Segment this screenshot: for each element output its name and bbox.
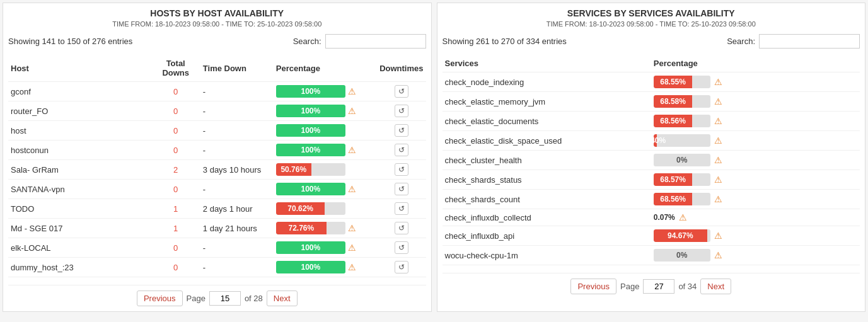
hosts-prev-button[interactable]: Previous xyxy=(137,290,183,306)
history-button[interactable]: ↺ xyxy=(395,202,408,215)
hosts-search-area: Search: xyxy=(293,34,426,49)
warn-icon: ⚠ xyxy=(714,135,722,146)
host-history: ↺ xyxy=(377,141,425,160)
host-timedown: - xyxy=(200,101,274,121)
warn-icon: ⚠ xyxy=(714,77,722,87)
host-history: ↺ xyxy=(377,238,425,258)
hosts-page-of: of 28 xyxy=(245,294,263,303)
service-name: check_shards_status xyxy=(443,170,651,190)
hosts-top-bar: Showing 141 to 150 of 276 entries Search… xyxy=(8,34,426,49)
history-button[interactable]: ↺ xyxy=(395,85,408,98)
history-button[interactable]: ↺ xyxy=(395,144,408,156)
services-panel-title: SERVICES BY SERVICES AVAILABILITY xyxy=(443,8,860,18)
services-table-row: wocu-check-cpu-1m 0% ⚠ xyxy=(443,246,860,265)
hosts-search-input[interactable] xyxy=(325,34,426,49)
hosts-panel-title: HOSTS BY HOST AVAILABILITY xyxy=(8,8,426,18)
services-table-row: check_elastic_documents 68.56% ⚠ xyxy=(443,112,860,131)
warn-icon: ⚠ xyxy=(348,243,356,253)
services-showing: Showing 261 to 270 of 334 entries xyxy=(443,37,567,46)
service-pct: 0% ⚠ xyxy=(651,151,860,170)
service-name: check_elastic_documents xyxy=(443,112,651,131)
history-button[interactable]: ↺ xyxy=(395,261,408,273)
col-dt: Downtimes xyxy=(377,55,425,82)
hosts-table-row: hostconun 0 - 100% ⚠ ↺ xyxy=(8,141,426,160)
col-svc: Services xyxy=(443,55,651,72)
host-history: ↺ xyxy=(377,101,425,121)
host-history: ↺ xyxy=(377,180,425,199)
host-pct: 100% ⚠ xyxy=(274,180,377,199)
host-timedown: - xyxy=(200,82,274,101)
service-pct: 94.67% ⚠ xyxy=(651,226,860,246)
history-button[interactable]: ↺ xyxy=(395,183,408,195)
warn-icon: ⚠ xyxy=(348,86,356,96)
host-pct: 100% xyxy=(274,121,377,141)
host-downs: 1 xyxy=(151,219,200,238)
service-pct: 68.58% ⚠ xyxy=(651,92,860,112)
service-pct: 0.07% ⚠ xyxy=(651,209,860,226)
host-name: router_FO xyxy=(8,101,151,121)
history-button[interactable]: ↺ xyxy=(395,105,408,117)
host-pct: 70.62% xyxy=(274,199,377,219)
host-pct: 100% ⚠ xyxy=(274,238,377,258)
host-downs: 0 xyxy=(151,238,200,258)
service-name: check_influxdb_collectd xyxy=(443,209,651,226)
services-search-input[interactable] xyxy=(759,34,860,49)
host-history: ↺ xyxy=(377,82,425,101)
hosts-table-row: dummy_host_:23 0 - 100% ⚠ ↺ xyxy=(8,258,426,277)
warn-icon: ⚠ xyxy=(348,223,356,233)
services-table-row: check_cluster_health 0% ⚠ xyxy=(443,151,860,170)
host-downs: 0 xyxy=(151,82,200,101)
host-downs: 0 xyxy=(151,258,200,277)
warn-icon: ⚠ xyxy=(714,96,722,106)
col-pct: Percentage xyxy=(274,55,377,82)
host-timedown: 1 day 21 hours xyxy=(200,219,274,238)
services-table: Services Percentage check_node_indexing … xyxy=(443,55,860,265)
services-top-bar: Showing 261 to 270 of 334 entries Search… xyxy=(443,34,860,49)
warn-icon: ⚠ xyxy=(348,262,356,272)
warn-icon: ⚠ xyxy=(714,250,722,260)
host-pct: 100% ⚠ xyxy=(274,141,377,160)
hosts-pagination: Previous Page of 28 Next xyxy=(8,285,426,306)
host-pct: 100% ⚠ xyxy=(274,82,377,101)
host-name: gconf xyxy=(8,82,151,101)
host-timedown: - xyxy=(200,121,274,141)
host-history: ↺ xyxy=(377,258,425,277)
services-panel: SERVICES BY SERVICES AVAILABILITY TIME F… xyxy=(437,3,866,312)
service-name: check_elastic_memory_jvm xyxy=(443,92,651,112)
host-pct: 72.76% ⚠ xyxy=(274,219,377,238)
hosts-table-row: Sala- GrRam 2 3 days 10 hours 50.76% ↺ xyxy=(8,160,426,180)
history-button[interactable]: ↺ xyxy=(395,222,408,234)
history-button[interactable]: ↺ xyxy=(395,163,408,176)
host-name: SANTANA-vpn xyxy=(8,180,151,199)
hosts-page-label: Page xyxy=(187,294,205,303)
warn-icon: ⚠ xyxy=(714,175,722,185)
host-name: Sala- GrRam xyxy=(8,160,151,180)
hosts-table-row: Md - SGE 017 1 1 day 21 hours 72.76% ⚠ ↺ xyxy=(8,219,426,238)
warn-icon: ⚠ xyxy=(348,184,356,194)
host-name: hostconun xyxy=(8,141,151,160)
history-button[interactable]: ↺ xyxy=(395,124,408,137)
warn-icon: ⚠ xyxy=(679,212,687,222)
services-table-row: check_elastic_memory_jvm 68.58% ⚠ xyxy=(443,92,860,112)
host-timedown: - xyxy=(200,258,274,277)
hosts-search-label: Search: xyxy=(293,37,321,46)
services-table-row: check_shards_status 68.57% ⚠ xyxy=(443,170,860,190)
services-table-row: check_influxdb_collectd 0.07% ⚠ xyxy=(443,209,860,226)
service-name: check_node_indexing xyxy=(443,72,651,92)
services-panel-subtitle: TIME FROM: 18-10-2023 09:58:00 - TIME TO… xyxy=(443,20,860,28)
host-downs: 1 xyxy=(151,199,200,219)
services-search-label: Search: xyxy=(727,37,755,46)
host-downs: 0 xyxy=(151,101,200,121)
services-next-button[interactable]: Next xyxy=(700,279,731,294)
hosts-page-input[interactable] xyxy=(209,291,241,306)
host-pct: 50.76% xyxy=(274,160,377,180)
host-name: host xyxy=(8,121,151,141)
warn-icon: ⚠ xyxy=(714,231,722,241)
services-prev-button[interactable]: Previous xyxy=(570,279,616,294)
services-page-input[interactable] xyxy=(643,279,674,294)
hosts-next-button[interactable]: Next xyxy=(267,290,298,306)
history-button[interactable]: ↺ xyxy=(395,241,408,254)
service-name: check_shards_count xyxy=(443,190,651,209)
service-name: check_influxdb_api xyxy=(443,226,651,246)
services-table-row: check_influxdb_api 94.67% ⚠ xyxy=(443,226,860,246)
